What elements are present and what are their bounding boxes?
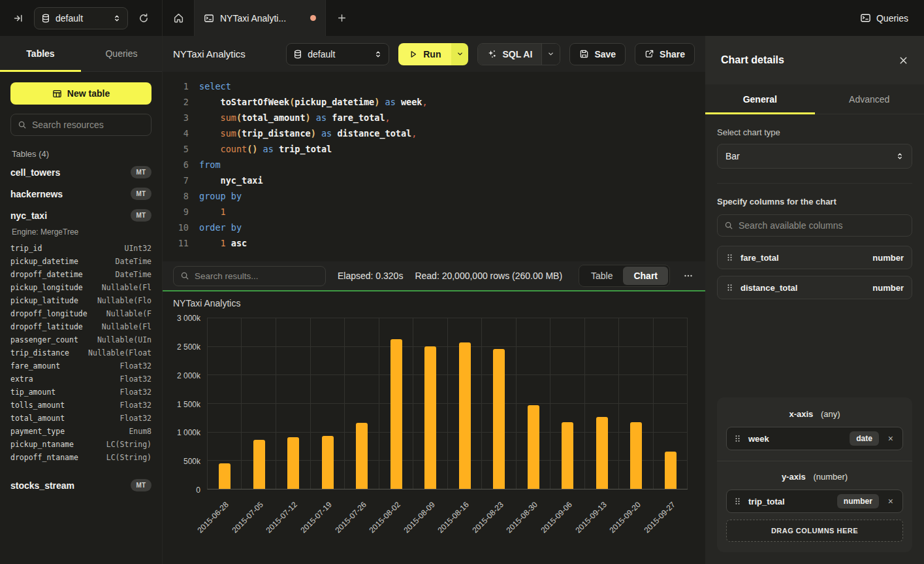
code-line[interactable]: 4sum(trip_distance) as distance_total, [172, 125, 705, 141]
run-button[interactable]: Run [398, 43, 451, 65]
column-row[interactable]: total_amountFloat32 [10, 412, 151, 425]
sidebar: Tables Queries New table Tables (4) cell… [0, 36, 163, 564]
share-button[interactable]: Share [635, 43, 695, 65]
chart-bar[interactable] [356, 423, 368, 489]
new-table-button[interactable]: New table [10, 82, 151, 105]
code-line[interactable]: 8group by [172, 188, 705, 204]
chevron-down-icon [456, 50, 464, 58]
column-row[interactable]: trip_idUInt32 [10, 242, 151, 255]
sidebar-tab-queries[interactable]: Queries [81, 36, 162, 71]
code-line[interactable]: 91 [172, 204, 705, 220]
chart-bar[interactable] [390, 339, 402, 489]
tab-nytaxi-analytics[interactable]: NYTaxi Analyti... [194, 0, 326, 36]
column-row[interactable]: pickup_longitudeNullable(Fl [10, 281, 151, 294]
y-axis-label: 2 500k [163, 342, 200, 352]
home-button[interactable] [163, 0, 194, 36]
remove-column-button[interactable]: × [885, 433, 896, 444]
chart-bar[interactable] [322, 436, 334, 489]
chart-bar[interactable] [253, 440, 265, 489]
column-name: fare_total [741, 253, 866, 263]
database-select[interactable]: default [34, 7, 128, 29]
chart-bar[interactable] [596, 417, 608, 489]
table-item-hackernews[interactable]: hackernewsMT [10, 183, 151, 205]
columns-search-input[interactable] [739, 220, 905, 231]
results-more-button[interactable] [682, 271, 695, 281]
column-row[interactable]: tip_amountFloat32 [10, 386, 151, 399]
column-type: Float32 [115, 401, 151, 410]
available-column-fare_total[interactable]: fare_totalnumber [717, 246, 912, 269]
sql-ai-options-button[interactable] [541, 44, 560, 65]
column-row[interactable]: extraFloat32 [10, 373, 151, 386]
sidebar-tab-tables[interactable]: Tables [0, 36, 81, 71]
chart-bar[interactable] [493, 349, 505, 489]
column-type: Nullable(F [101, 309, 151, 318]
column-row[interactable]: dropoff_ntanameLC(String) [10, 451, 151, 464]
code-line[interactable]: 2toStartOfWeek(pickup_datetime) as week, [172, 94, 705, 110]
column-row[interactable]: pickup_latitudeNullable(Flo [10, 294, 151, 307]
toolbar-database-select[interactable]: default [286, 43, 389, 65]
column-row[interactable]: payment_typeEnum8 [10, 425, 151, 438]
resource-search-input[interactable] [32, 120, 144, 130]
column-row[interactable]: dropoff_datetimeDateTime [10, 268, 151, 281]
drag-columns-drop-zone[interactable]: DRAG COLUMNS HERE [726, 520, 903, 542]
chart-bar[interactable] [287, 437, 299, 489]
code-line[interactable]: 111 asc [172, 235, 705, 251]
view-toggle-table[interactable]: Table [581, 267, 623, 285]
run-label: Run [423, 49, 441, 59]
column-row[interactable]: pickup_ntanameLC(String) [10, 438, 151, 451]
tab-strip: NYTaxi Analyti... [163, 0, 844, 36]
sql-editor[interactable]: 1select2toStartOfWeek(pickup_datetime) a… [163, 72, 705, 261]
remove-column-button[interactable]: × [885, 496, 896, 506]
code-line[interactable]: 6from [172, 157, 705, 173]
close-panel-button[interactable] [899, 56, 908, 65]
column-row[interactable]: pickup_datetimeDateTime [10, 255, 151, 268]
top-bar: default NYTaxi Analyti... Queries [0, 0, 924, 36]
view-toggle-chart[interactable]: Chart [623, 267, 668, 285]
column-row[interactable]: dropoff_latitudeNullable(Fl [10, 320, 151, 333]
line-number: 10 [172, 220, 189, 235]
available-column-distance_total[interactable]: distance_totalnumber [717, 276, 912, 299]
collapse-sidebar-icon [13, 13, 24, 24]
code-line[interactable]: 1select [172, 78, 705, 94]
table-item-nyc_taxi[interactable]: nyc_taxiMT [10, 205, 151, 226]
chart-bar[interactable] [665, 452, 677, 489]
chart-bar[interactable] [219, 463, 231, 489]
code-line[interactable]: 3sum(total_amount) as fare_total, [172, 110, 705, 125]
chart-bar[interactable] [630, 422, 642, 489]
table-item-stocks_stream[interactable]: stocks_streamMT [10, 474, 151, 496]
new-tab-button[interactable] [326, 0, 357, 36]
code-line[interactable]: 7nyc_taxi [172, 173, 705, 188]
code-text: from [199, 157, 221, 173]
x-axis-chips: weekdate× [726, 427, 903, 450]
chart-type-select[interactable]: Bar [717, 144, 912, 169]
code-line[interactable]: 10order by [172, 220, 705, 235]
chart-bar[interactable] [562, 422, 573, 489]
column-row[interactable]: passenger_countNullable(UIn [10, 333, 151, 346]
refresh-button[interactable] [135, 9, 153, 27]
chart-bar[interactable] [528, 405, 539, 489]
chart-bar[interactable] [424, 346, 436, 489]
column-row[interactable]: trip_distanceNullable(Float [10, 346, 151, 359]
code-text: 1 [199, 204, 226, 220]
chevron-down-icon [547, 50, 554, 58]
gridline [208, 346, 688, 347]
column-row[interactable]: dropoff_longitudeNullable(F [10, 307, 151, 320]
chart-bar[interactable] [459, 342, 471, 489]
axis-column-trip_total[interactable]: trip_totalnumber× [726, 489, 903, 513]
collapse-sidebar-button[interactable] [9, 9, 27, 27]
tab-general[interactable]: General [705, 84, 815, 114]
code-text: nyc_taxi [199, 173, 263, 188]
axis-column-week[interactable]: weekdate× [726, 427, 903, 450]
code-line[interactable]: 5count() as trip_total [172, 141, 705, 157]
sql-ai-button[interactable]: SQL AI [478, 44, 541, 65]
table-name: cell_towers [10, 167, 131, 178]
column-row[interactable]: fare_amountFloat32 [10, 359, 151, 373]
line-number: 6 [172, 157, 189, 173]
save-button[interactable]: Save [569, 43, 626, 65]
run-options-button[interactable] [451, 43, 468, 65]
queries-button[interactable]: Queries [844, 0, 924, 36]
results-search-input[interactable] [195, 271, 319, 281]
tab-advanced[interactable]: Advanced [815, 84, 924, 114]
table-item-cell_towers[interactable]: cell_towersMT [10, 161, 151, 183]
column-row[interactable]: tolls_amountFloat32 [10, 399, 151, 412]
